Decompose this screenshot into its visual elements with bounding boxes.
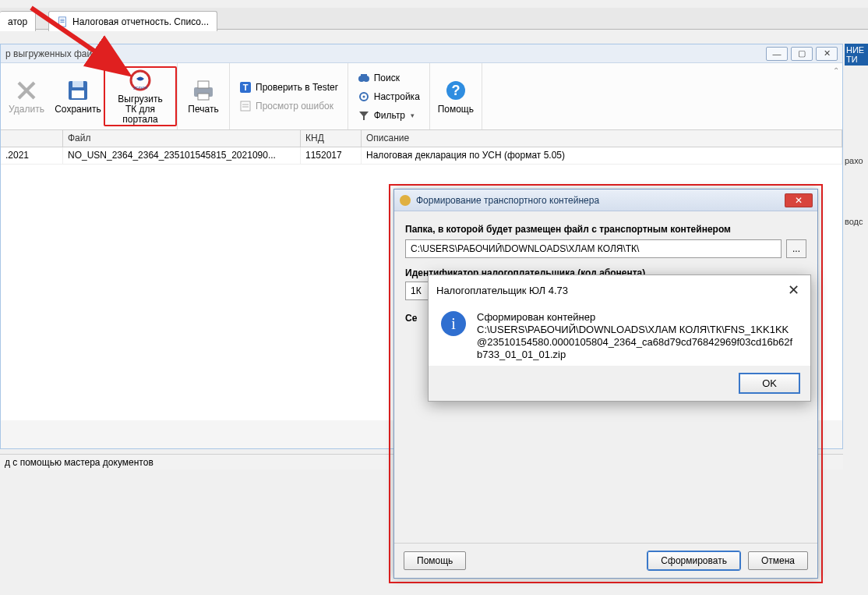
chevron-down-icon: ▾ (411, 112, 415, 119)
tester-icon: T (239, 81, 252, 94)
tool-label: Поиск (374, 73, 400, 83)
browse-button[interactable]: ... (786, 239, 806, 258)
cell-date: .2021 (1, 147, 63, 164)
tool-label: Помощь (438, 104, 474, 115)
search-button[interactable]: Поиск (355, 69, 423, 87)
tool-label: Проверить в Tester (256, 82, 338, 93)
print-button[interactable]: Печать (178, 66, 229, 126)
msg-close-button[interactable]: ✕ (785, 282, 803, 299)
folder-path-input[interactable] (405, 239, 782, 258)
col-desc[interactable]: Описание (362, 130, 842, 147)
dialog-close-button[interactable]: ✕ (785, 193, 813, 207)
col-date[interactable] (1, 130, 63, 147)
svg-rect-13 (198, 94, 209, 100)
tab-tax-report[interactable]: Налоговая отчетность. Списо... (48, 11, 217, 31)
msg-title: Налогоплательщик ЮЛ 4.73 (436, 285, 568, 296)
delete-button[interactable]: Удалить (1, 66, 52, 126)
tool-label: Фильтр (374, 110, 405, 121)
table-row[interactable]: .2021 NO_USN_2364_2364_235101545815_2021… (1, 147, 842, 165)
help-button[interactable]: ? Помощь (430, 66, 482, 126)
funnel-icon (358, 109, 370, 122)
svg-text:T: T (243, 83, 249, 92)
dialog-title: Формирование транспортного контейнера (416, 195, 599, 206)
tool-label: Удалить (9, 104, 44, 115)
right-fragment: водс (845, 217, 868, 226)
binoculars-icon (358, 72, 370, 84)
msg-line1: Сформирован контейнер (477, 311, 798, 324)
ok-button[interactable]: OK (739, 374, 799, 393)
form-button[interactable]: Сформировать (647, 551, 740, 570)
tab-label: атор (8, 16, 27, 27)
svg-rect-21 (361, 74, 367, 77)
svg-point-23 (362, 95, 365, 97)
right-fragment: рахо (845, 156, 868, 165)
col-file[interactable]: Файл (63, 130, 301, 147)
minimize-button[interactable]: — (766, 47, 788, 61)
save-icon (65, 78, 90, 103)
svg-text:?: ? (451, 83, 460, 98)
svg-rect-2 (60, 20, 64, 21)
svg-rect-16 (241, 101, 250, 111)
cancel-button[interactable]: Отмена (748, 551, 808, 570)
delete-icon (14, 78, 39, 103)
cell-knd: 1152017 (301, 147, 362, 164)
grid-header: Файл КНД Описание (1, 130, 842, 147)
errors-icon (239, 100, 252, 112)
msg-line2: C:\USERS\РАБОЧИЙ\DOWNLOADS\ХЛАМ КОЛЯ\ТК\… (477, 324, 798, 361)
view-errors-button[interactable]: Просмотр ошибок (236, 97, 341, 115)
maximize-button[interactable]: ▢ (791, 47, 813, 61)
svg-point-26 (400, 195, 411, 206)
tool-label: Настройка (374, 91, 420, 102)
close-button[interactable]: ✕ (816, 47, 838, 61)
msg-titlebar: Налогоплательщик ЮЛ 4.73 ✕ (429, 275, 810, 303)
cell-file: NO_USN_2364_2364_235101545815_2021090... (63, 147, 301, 164)
dialog-help-button[interactable]: Помощь (404, 551, 466, 570)
msg-text: Сформирован контейнер C:\USERS\РАБОЧИЙ\D… (477, 311, 798, 361)
gear-icon (358, 90, 370, 103)
tab-label: Налоговая отчетность. Списо... (72, 16, 209, 27)
dialog-footer: Помощь Сформировать Отмена (394, 543, 817, 578)
svg-rect-7 (72, 81, 83, 87)
tab-navigator[interactable]: атор (0, 11, 36, 31)
cell-desc: Налоговая декларация по УСН (формат 5.05… (362, 147, 842, 164)
chevron-up-icon[interactable]: ⌃ (833, 66, 839, 75)
filter-button[interactable]: Фильтр ▾ (355, 107, 423, 124)
printer-icon (191, 78, 216, 103)
right-fragment: НИЕ ТИ (845, 44, 868, 66)
svg-rect-12 (198, 81, 209, 88)
app-icon (399, 194, 411, 207)
document-icon (57, 16, 68, 27)
status-text: д с помощью мастера документов (5, 457, 153, 468)
window-controls: — ▢ ✕ (766, 47, 838, 61)
svg-rect-3 (60, 22, 64, 23)
svg-text:услуги: услуги (133, 85, 147, 90)
check-tester-button[interactable]: T Проверить в Tester (236, 79, 341, 96)
help-icon: ? (443, 78, 468, 103)
msg-box: Налогоплательщик ЮЛ 4.73 ✕ i Сформирован… (428, 274, 811, 402)
dialog-titlebar: Формирование транспортного контейнера ✕ (394, 189, 817, 211)
save-button[interactable]: Сохранить (52, 66, 104, 126)
window-titlebar: р выгруженных файлов — ▢ ✕ ⌃ (1, 44, 842, 63)
settings-button[interactable]: Настройка (355, 88, 423, 105)
col-knd[interactable]: КНД (301, 130, 362, 147)
export-tk-button[interactable]: услуги Выгрузить ТК для портала (104, 66, 177, 126)
tool-label: Просмотр ошибок (256, 101, 333, 112)
tool-label: Сохранить (55, 104, 101, 115)
toolbar: Удалить Сохранить услуги Выгрузить ТК дл… (1, 63, 842, 130)
tool-label: Выгрузить ТК для портала (108, 94, 172, 125)
window-title: р выгруженных файлов (5, 48, 108, 59)
gosuslugi-icon: услуги (128, 68, 153, 93)
tab-bar: атор Налоговая отчетность. Списо... (0, 8, 868, 30)
info-icon: i (441, 311, 466, 336)
svg-rect-1 (60, 19, 64, 19)
folder-label: Папка, в которой будет размещен файл с т… (405, 224, 806, 235)
tool-label: Печать (188, 104, 218, 115)
svg-rect-8 (72, 90, 84, 98)
